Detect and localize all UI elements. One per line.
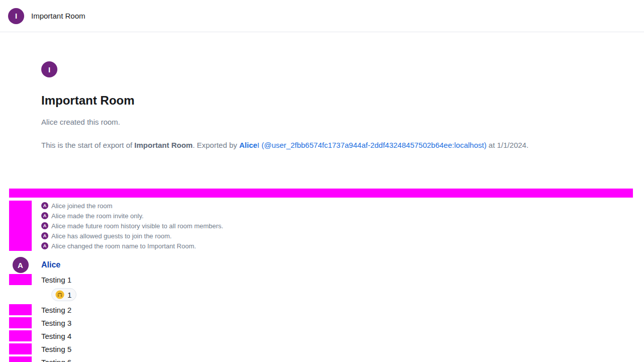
room-avatar: I <box>8 8 24 24</box>
state-event-text: Alice made future room history visible t… <box>51 222 223 230</box>
upside-down-face-emoji <box>55 290 64 299</box>
exporter-user-id: I (@user_2fbb6574fc1737a944af-2ddf432484… <box>257 141 487 149</box>
message-text: Testing 4 <box>41 332 71 340</box>
timestamp-mask <box>9 330 32 341</box>
message-row: Testing 2 <box>9 303 633 316</box>
state-event-row: A Alice has allowed guests to join the r… <box>41 231 633 241</box>
event-sender-avatar: A <box>41 232 48 239</box>
sender-name: Alice <box>41 260 60 269</box>
message-row: Testing 3 <box>9 316 633 329</box>
export-date: at 1/1/2024. <box>487 141 528 149</box>
sender-avatar-column: A <box>9 257 32 273</box>
event-avatar-letter: A <box>43 233 47 238</box>
timestamp-mask <box>9 356 32 362</box>
message-row: Testing 6 <box>9 355 633 362</box>
timestamp-mask <box>9 304 32 315</box>
message-text: Testing 2 <box>41 306 71 314</box>
room-summary: I Important Room Alice created this room… <box>41 32 633 149</box>
room-creation-text: Alice created this room. <box>41 118 633 126</box>
export-prefix: This is the start of export of <box>41 141 134 149</box>
sender-avatar-letter: A <box>18 261 23 269</box>
date-separator-mask <box>9 189 633 198</box>
state-event-text: Alice has allowed guests to join the roo… <box>51 232 172 240</box>
export-summary-line: This is the start of export of Important… <box>41 141 633 149</box>
event-sender-avatar: A <box>41 242 48 249</box>
export-page-body: I Important Room Alice created this room… <box>0 32 644 362</box>
summary-room-avatar: I <box>41 61 57 77</box>
message-text: Testing 6 <box>41 358 71 362</box>
export-middle: . Exported by <box>193 141 239 149</box>
state-event-row: A Alice joined the room <box>41 201 633 211</box>
state-event-list: A Alice joined the room A Alice made the… <box>41 201 633 251</box>
event-sender-avatar: A <box>41 202 48 209</box>
exporter-name: Alice <box>239 141 257 149</box>
export-room-name: Important Room <box>134 141 193 149</box>
sender-avatar: A <box>13 257 29 273</box>
event-sender-avatar: A <box>41 222 48 229</box>
room-title: Important Room <box>41 94 633 108</box>
state-event-group: A Alice joined the room A Alice made the… <box>9 201 633 251</box>
state-event-row: A Alice made the room invite only. <box>41 211 633 221</box>
state-event-text: Alice joined the room <box>51 202 112 210</box>
room-avatar-letter: I <box>15 12 17 20</box>
event-sender-avatar: A <box>41 212 48 219</box>
event-avatar-letter: A <box>43 223 47 228</box>
state-event-text: Alice changed the room name to Important… <box>51 242 196 250</box>
message-sender-row: A Alice <box>9 257 633 273</box>
state-event-row: A Alice made future room history visible… <box>41 221 633 231</box>
reaction-count: 1 <box>67 291 71 299</box>
message-text: Testing 1 <box>41 276 71 284</box>
room-header-title: Important Room <box>31 12 86 20</box>
room-header: I Important Room <box>0 0 644 32</box>
state-event-row: A Alice changed the room name to Importa… <box>41 241 633 251</box>
message-row: Testing 1 <box>9 273 633 286</box>
timestamp-mask <box>9 343 32 354</box>
exporter-user-link[interactable]: AliceI (@user_2fbb6574fc1737a944af-2ddf4… <box>239 141 486 149</box>
event-avatar-letter: A <box>43 203 47 208</box>
event-timestamps-mask <box>9 201 32 251</box>
message-text: Testing 5 <box>41 345 71 353</box>
reaction-pill[interactable]: 1 <box>51 288 76 301</box>
event-avatar-letter: A <box>43 243 47 248</box>
message-text: Testing 3 <box>41 319 71 327</box>
message-row: Testing 5 <box>9 342 633 355</box>
state-event-text: Alice made the room invite only. <box>51 212 143 220</box>
summary-room-avatar-letter: I <box>48 65 50 74</box>
timestamp-mask <box>9 274 32 285</box>
timestamp-mask <box>9 317 32 328</box>
event-avatar-letter: A <box>43 213 47 218</box>
reaction-row: 1 <box>51 288 633 301</box>
message-row: Testing 4 <box>9 329 633 342</box>
